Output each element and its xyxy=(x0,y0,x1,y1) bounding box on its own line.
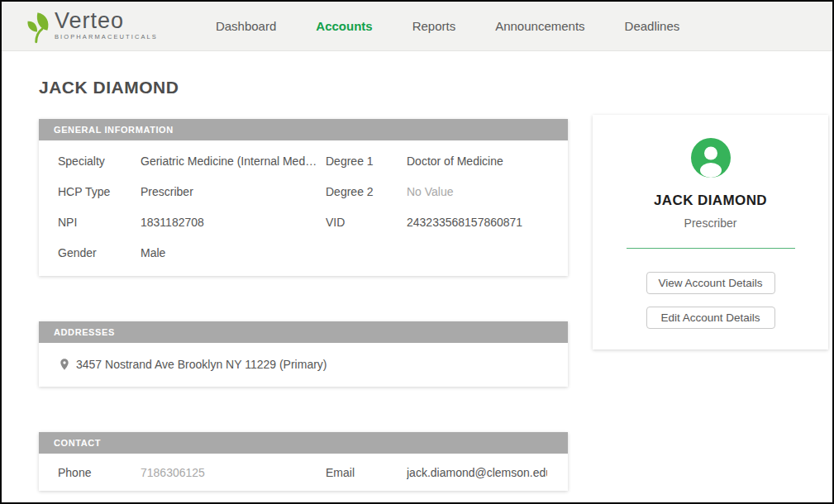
addresses-section: ADDRESSES 3457 Nostrand Ave Brooklyn NY … xyxy=(39,321,568,387)
contact-body: Phone 7186306125 Email jack.diamond@clem… xyxy=(39,454,568,491)
field-label-specialty: Specialty xyxy=(58,145,141,176)
detail-sections: GENERAL INFORMATION Specialty Geriatric … xyxy=(39,119,568,504)
field-value-npi: 1831182708 xyxy=(141,207,326,237)
main-content: JACK DIAMOND GENERAL INFORMATION Special… xyxy=(2,51,832,504)
nav-item-accounts[interactable]: Accounts xyxy=(316,19,372,33)
page-title: JACK DIAMOND xyxy=(39,78,832,97)
address-text: 3457 Nostrand Ave Brooklyn NY 11229 (Pri… xyxy=(76,358,327,371)
profile-name: JACK DIAMOND xyxy=(654,193,767,209)
field-label-phone: Phone xyxy=(58,457,141,487)
user-avatar-icon xyxy=(691,138,731,178)
leaf-icon xyxy=(23,11,51,44)
address-list-item: 3457 Nostrand Ave Brooklyn NY 11229 (Pri… xyxy=(39,343,568,387)
field-value-degree1: Doctor of Medicine xyxy=(407,145,547,176)
contact-header: CONTACT xyxy=(39,432,568,454)
view-account-details-button[interactable]: View Account Details xyxy=(646,272,775,294)
general-information-section: GENERAL INFORMATION Specialty Geriatric … xyxy=(39,119,568,276)
field-value-degree2: No Value xyxy=(407,176,547,207)
addresses-header: ADDRESSES xyxy=(39,321,568,343)
nav-item-dashboard[interactable]: Dashboard xyxy=(216,19,276,33)
field-label-npi: NPI xyxy=(58,207,141,237)
field-value-hcp-type: Prescriber xyxy=(141,176,326,207)
general-information-header: GENERAL INFORMATION xyxy=(39,119,568,140)
field-value-specialty: Geriatric Medicine (Internal Med… xyxy=(141,145,326,176)
field-label-gender: Gender xyxy=(58,237,141,268)
field-value-gender: Male xyxy=(141,237,326,268)
empty-cell xyxy=(407,237,547,268)
field-label-degree2: Degree 2 xyxy=(326,176,407,207)
field-label-degree1: Degree 1 xyxy=(326,145,407,176)
empty-cell xyxy=(326,237,407,268)
nav-item-reports[interactable]: Reports xyxy=(412,19,456,33)
profile-role: Prescriber xyxy=(684,216,737,230)
contact-section: CONTACT Phone 7186306125 Email jack.diam… xyxy=(39,432,568,491)
map-pin-icon xyxy=(58,358,71,371)
addresses-body: 3457 Nostrand Ave Brooklyn NY 11229 (Pri… xyxy=(39,343,568,387)
main-nav: Dashboard Accounts Reports Announcements… xyxy=(216,19,679,33)
field-value-email: jack.diamond@clemson.edu xyxy=(407,457,547,487)
general-information-body: Specialty Geriatric Medicine (Internal M… xyxy=(39,140,568,276)
brand-logo[interactable]: Verteo BIOPHARMACEUTICALS xyxy=(23,9,158,44)
field-value-phone: 7186306125 xyxy=(141,457,326,487)
profile-card: JACK DIAMOND Prescriber View Account Det… xyxy=(593,115,828,349)
edit-account-details-button[interactable]: Edit Account Details xyxy=(646,307,775,329)
nav-item-deadlines[interactable]: Deadlines xyxy=(625,19,680,33)
profile-sidebar: JACK DIAMOND Prescriber View Account Det… xyxy=(593,119,828,349)
brand-name: Verteo xyxy=(55,9,158,32)
brand-text: Verteo BIOPHARMACEUTICALS xyxy=(55,9,158,40)
app-window: Verteo BIOPHARMACEUTICALS Dashboard Acco… xyxy=(0,0,834,504)
field-label-hcp-type: HCP Type xyxy=(58,176,141,207)
field-value-vid: 243233568157860871 xyxy=(407,207,547,237)
profile-divider xyxy=(627,248,795,249)
field-label-vid: VID xyxy=(326,207,407,237)
nav-item-announcements[interactable]: Announcements xyxy=(495,19,584,33)
brand-subtitle: BIOPHARMACEUTICALS xyxy=(55,33,158,40)
top-nav-bar: Verteo BIOPHARMACEUTICALS Dashboard Acco… xyxy=(2,2,832,51)
field-label-email: Email xyxy=(326,457,407,487)
